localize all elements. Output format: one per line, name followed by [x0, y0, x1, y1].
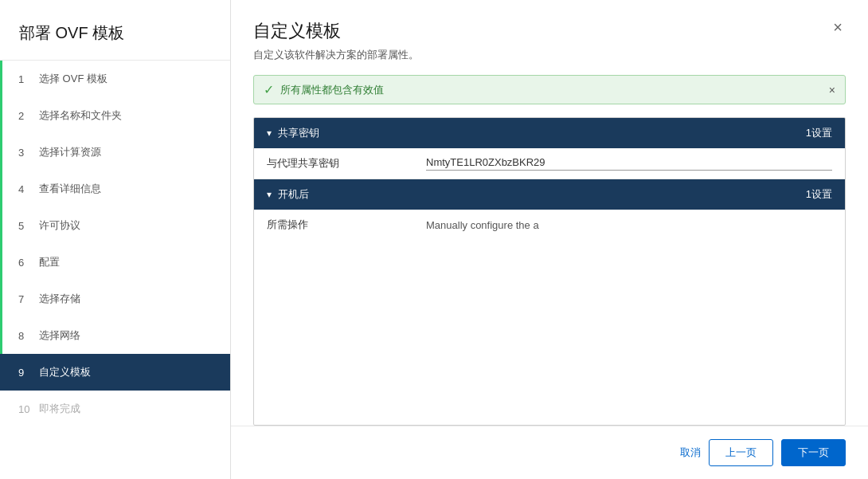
chevron-down-icon: ▾ [267, 128, 272, 139]
step-number: 1 [18, 73, 31, 85]
content-panel: 自定义模板 × 自定义该软件解决方案的部署属性。 ✓ 所有属性都包含有效值 × … [231, 0, 868, 479]
prev-button[interactable]: 上一页 [709, 439, 773, 466]
section-count: 1设置 [806, 126, 832, 140]
step-number: 4 [18, 183, 31, 195]
success-text: 所有属性都包含有效值 [280, 83, 384, 97]
table-row: 与代理共享密钥NmtyTE1LR0ZXbzBKR29 [254, 148, 845, 179]
step-number: 2 [18, 110, 31, 122]
sidebar-item-2[interactable]: 2选择名称和文件夹 [0, 97, 230, 134]
section-count: 1设置 [806, 187, 832, 202]
content-header: 自定义模板 × [231, 0, 868, 43]
content-subtitle: 自定义该软件解决方案的部署属性。 [231, 43, 868, 75]
step-label: 自定义模板 [39, 365, 91, 379]
step-label: 配置 [39, 255, 60, 269]
row-label: 与代理共享密钥 [267, 156, 426, 171]
close-button[interactable]: × [830, 19, 846, 35]
sidebar-item-10: 10即将完成 [0, 391, 230, 427]
step-label: 查看详细信息 [39, 182, 101, 196]
properties-table: ▾ 共享密钥 1设置 与代理共享密钥NmtyTE1LR0ZXbzBKR29 ▾ … [253, 117, 846, 426]
step-number: 9 [18, 367, 31, 379]
step-label: 选择计算资源 [39, 145, 101, 159]
sidebar-item-7[interactable]: 7选择存储 [0, 281, 230, 317]
step-number: 10 [18, 403, 31, 415]
sidebar-item-4[interactable]: 4查看详细信息 [0, 171, 230, 207]
step-number: 3 [18, 147, 31, 159]
sidebar-item-3[interactable]: 3选择计算资源 [0, 134, 230, 171]
success-banner: ✓ 所有属性都包含有效值 × [253, 75, 846, 104]
sidebar-title: 部署 OVF 模板 [0, 0, 230, 61]
sidebar-item-8[interactable]: 8选择网络 [0, 317, 230, 354]
step-number: 7 [18, 293, 31, 305]
step-label: 选择 OVF 模板 [39, 72, 108, 86]
sidebar: 部署 OVF 模板 1选择 OVF 模板2选择名称和文件夹3选择计算资源4查看详… [0, 0, 231, 479]
step-label: 即将完成 [39, 402, 80, 416]
success-icon: ✓ [264, 82, 274, 97]
footer: 取消 上一页 下一页 [231, 426, 868, 479]
step-label: 许可协议 [39, 218, 80, 233]
sidebar-item-1[interactable]: 1选择 OVF 模板 [0, 61, 230, 97]
section-header-shared-key[interactable]: ▾ 共享密钥 1设置 [254, 118, 845, 148]
section-title: 开机后 [278, 187, 800, 202]
success-banner-close[interactable]: × [829, 84, 835, 96]
section-title: 共享密钥 [278, 126, 800, 140]
page-title: 自定义模板 [253, 19, 341, 43]
dialog: 部署 OVF 模板 1选择 OVF 模板2选择名称和文件夹3选择计算资源4查看详… [0, 0, 868, 479]
step-number: 5 [18, 220, 31, 232]
sidebar-item-9[interactable]: 9自定义模板 [0, 354, 230, 391]
row-label: 所需操作 [267, 218, 426, 232]
next-button[interactable]: 下一页 [781, 439, 846, 466]
step-number: 6 [18, 257, 31, 269]
section-header-post-boot[interactable]: ▾ 开机后 1设置 [254, 179, 845, 210]
chevron-down-icon: ▾ [267, 189, 272, 200]
sidebar-item-6[interactable]: 6配置 [0, 244, 230, 281]
step-label: 选择名称和文件夹 [39, 108, 122, 123]
row-value: NmtyTE1LR0ZXbzBKR29 [426, 156, 832, 171]
success-banner-left: ✓ 所有属性都包含有效值 [264, 82, 384, 97]
row-value: Manually configure the a [426, 219, 539, 231]
step-label: 选择存储 [39, 292, 80, 306]
step-number: 8 [18, 330, 31, 342]
sidebar-item-5[interactable]: 5许可协议 [0, 207, 230, 244]
cancel-button[interactable]: 取消 [680, 446, 701, 460]
step-label: 选择网络 [39, 328, 80, 343]
table-row: 所需操作Manually configure the a [254, 210, 845, 240]
